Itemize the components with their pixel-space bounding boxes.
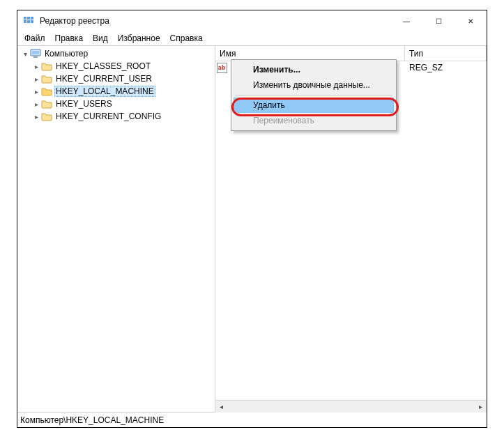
tree-root[interactable]: ▾ Компьютер bbox=[20, 47, 215, 60]
string-value-icon: ab bbox=[215, 63, 228, 73]
svg-rect-7 bbox=[32, 51, 39, 54]
context-menu: Изменить... Изменить двоичные данные... … bbox=[231, 59, 397, 131]
ctx-modify-binary[interactable]: Изменить двоичные данные... bbox=[234, 77, 394, 93]
svg-rect-8 bbox=[33, 56, 38, 58]
titlebar[interactable]: Редактор реестра — ☐ ✕ bbox=[17, 10, 487, 31]
expand-icon[interactable]: ▸ bbox=[31, 74, 41, 84]
value-type-cell: REG_SZ bbox=[405, 63, 487, 72]
app-icon bbox=[23, 15, 34, 26]
svg-rect-0 bbox=[24, 17, 26, 20]
menubar: Файл Правка Вид Избранное Справка bbox=[17, 31, 487, 45]
close-button[interactable]: ✕ bbox=[455, 10, 487, 31]
scroll-left-icon[interactable]: ◂ bbox=[215, 401, 227, 413]
svg-rect-2 bbox=[31, 17, 33, 20]
svg-rect-4 bbox=[27, 20, 30, 23]
tree-key-4[interactable]: ▸ HKEY_CURRENT_CONFIG bbox=[20, 110, 215, 123]
content-area: ▾ Компьютер ▸ HKEY_CLASSES_ROOT ▸ HKEY_C… bbox=[17, 45, 487, 412]
tree-key-label: HKEY_CURRENT_CONFIG bbox=[54, 111, 162, 121]
menu-file[interactable]: Файл bbox=[20, 33, 49, 44]
menu-favorites[interactable]: Избранное bbox=[114, 33, 165, 44]
tree-pane[interactable]: ▾ Компьютер ▸ HKEY_CLASSES_ROOT ▸ HKEY_C… bbox=[17, 46, 215, 412]
svg-rect-5 bbox=[31, 20, 33, 23]
expand-icon[interactable]: ▸ bbox=[31, 86, 41, 96]
tree-key-label-selected: HKEY_LOCAL_MACHINE bbox=[54, 86, 155, 97]
svg-rect-1 bbox=[27, 17, 30, 20]
folder-icon bbox=[41, 98, 52, 109]
tree-key-1[interactable]: ▸ HKEY_CURRENT_USER bbox=[20, 72, 215, 85]
expand-icon[interactable]: ▸ bbox=[31, 111, 41, 121]
folder-icon bbox=[41, 73, 52, 84]
ctx-rename: Переименовать bbox=[234, 113, 394, 128]
horizontal-scrollbar[interactable]: ◂ ▸ bbox=[215, 400, 487, 412]
column-type[interactable]: Тип bbox=[405, 46, 487, 61]
statusbar: Компьютер\HKEY_LOCAL_MACHINE bbox=[17, 412, 487, 427]
regedit-window: Редактор реестра — ☐ ✕ Файл Правка Вид И… bbox=[17, 10, 487, 428]
tree-root-label: Компьютер bbox=[43, 49, 89, 59]
ctx-delete[interactable]: Удалить bbox=[234, 98, 394, 113]
tree-key-label: HKEY_USERS bbox=[54, 99, 114, 109]
folder-icon bbox=[41, 86, 52, 97]
tree-key-2[interactable]: ▸ HKEY_LOCAL_MACHINE bbox=[20, 85, 215, 98]
maximize-button[interactable]: ☐ bbox=[422, 10, 455, 31]
tree-key-0[interactable]: ▸ HKEY_CLASSES_ROOT bbox=[20, 60, 215, 72]
expand-icon[interactable]: ▸ bbox=[31, 99, 41, 109]
computer-icon bbox=[30, 48, 41, 59]
collapse-icon[interactable]: ▾ bbox=[20, 49, 30, 59]
scroll-right-icon[interactable]: ▸ bbox=[475, 401, 487, 413]
tree-key-label: HKEY_CURRENT_USER bbox=[54, 74, 153, 84]
list-body[interactable]: ab REG_SZ Изменить... Изменить двоичные … bbox=[215, 61, 487, 400]
minimize-button[interactable]: — bbox=[390, 10, 422, 31]
menu-view[interactable]: Вид bbox=[89, 33, 112, 44]
list-pane: Имя Тип ab REG_SZ Изменить... Изменить д… bbox=[215, 46, 487, 412]
column-name[interactable]: Имя bbox=[215, 46, 405, 61]
folder-icon bbox=[41, 61, 52, 72]
statusbar-path: Компьютер\HKEY_LOCAL_MACHINE bbox=[20, 415, 164, 425]
ctx-separator bbox=[235, 95, 392, 95]
window-title: Редактор реестра bbox=[40, 16, 109, 26]
tree-key-label: HKEY_CLASSES_ROOT bbox=[54, 61, 152, 71]
folder-icon bbox=[41, 111, 52, 122]
menu-edit[interactable]: Правка bbox=[51, 33, 88, 44]
scroll-track[interactable] bbox=[227, 401, 475, 413]
menu-help[interactable]: Справка bbox=[166, 33, 207, 44]
expand-icon[interactable]: ▸ bbox=[31, 61, 41, 71]
tree-key-3[interactable]: ▸ HKEY_USERS bbox=[20, 98, 215, 110]
ctx-modify[interactable]: Изменить... bbox=[234, 62, 394, 77]
svg-rect-3 bbox=[24, 20, 26, 23]
